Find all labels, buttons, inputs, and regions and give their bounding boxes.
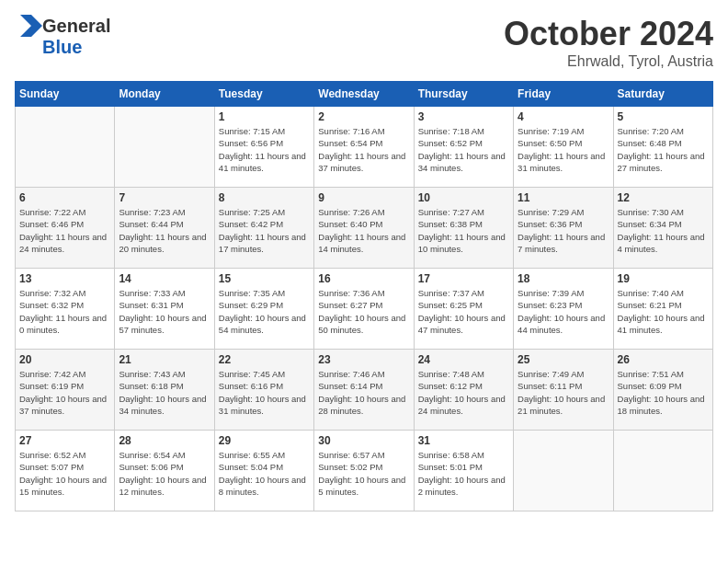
day-number: 31: [418, 434, 509, 447]
day-info: Sunrise: 6:58 AMSunset: 5:01 PMDaylight:…: [418, 449, 509, 498]
day-number: 4: [518, 110, 609, 123]
day-info: Sunrise: 7:25 AMSunset: 6:42 PMDaylight:…: [219, 206, 310, 255]
day-header-saturday: Saturday: [613, 82, 712, 107]
day-info: Sunrise: 7:15 AMSunset: 6:56 PMDaylight:…: [219, 125, 310, 174]
calendar-cell: 23Sunrise: 7:46 AMSunset: 6:14 PMDayligh…: [314, 350, 414, 431]
day-number: 1: [219, 110, 310, 123]
day-info: Sunrise: 7:22 AMSunset: 6:46 PMDaylight:…: [19, 206, 110, 255]
day-number: 26: [618, 353, 709, 366]
calendar-week-row: 27Sunrise: 6:52 AMSunset: 5:07 PMDayligh…: [16, 431, 713, 511]
day-info: Sunrise: 7:35 AMSunset: 6:29 PMDaylight:…: [219, 287, 310, 336]
day-number: 13: [19, 272, 110, 285]
day-header-tuesday: Tuesday: [214, 82, 313, 107]
day-info: Sunrise: 7:32 AMSunset: 6:32 PMDaylight:…: [19, 287, 110, 336]
day-info: Sunrise: 7:51 AMSunset: 6:09 PMDaylight:…: [618, 368, 709, 417]
calendar-cell: 27Sunrise: 6:52 AMSunset: 5:07 PMDayligh…: [16, 431, 115, 511]
calendar-cell: 10Sunrise: 7:27 AMSunset: 6:38 PMDayligh…: [414, 188, 513, 269]
calendar-cell: 13Sunrise: 7:32 AMSunset: 6:32 PMDayligh…: [16, 269, 115, 350]
calendar-cell: 31Sunrise: 6:58 AMSunset: 5:01 PMDayligh…: [414, 431, 513, 511]
calendar-cell: 16Sunrise: 7:36 AMSunset: 6:27 PMDayligh…: [314, 269, 414, 350]
calendar-week-row: 13Sunrise: 7:32 AMSunset: 6:32 PMDayligh…: [16, 269, 713, 350]
day-info: Sunrise: 7:40 AMSunset: 6:21 PMDaylight:…: [618, 287, 709, 336]
day-info: Sunrise: 7:29 AMSunset: 6:36 PMDaylight:…: [518, 206, 609, 255]
calendar-cell: 18Sunrise: 7:39 AMSunset: 6:23 PMDayligh…: [514, 269, 613, 350]
day-info: Sunrise: 7:42 AMSunset: 6:19 PMDaylight:…: [19, 368, 110, 417]
calendar-cell: 25Sunrise: 7:49 AMSunset: 6:11 PMDayligh…: [514, 350, 613, 431]
calendar-cell: 28Sunrise: 6:54 AMSunset: 5:06 PMDayligh…: [115, 431, 214, 511]
calendar-cell: 26Sunrise: 7:51 AMSunset: 6:09 PMDayligh…: [613, 350, 712, 431]
day-number: 16: [318, 272, 409, 285]
day-number: 22: [219, 353, 310, 366]
day-number: 18: [518, 272, 609, 285]
calendar-cell: 4Sunrise: 7:19 AMSunset: 6:50 PMDaylight…: [514, 107, 613, 188]
logo: General Blue: [15, 15, 110, 58]
calendar-cell: 5Sunrise: 7:20 AMSunset: 6:48 PMDaylight…: [613, 107, 712, 188]
calendar-cell: 9Sunrise: 7:26 AMSunset: 6:40 PMDaylight…: [314, 188, 414, 269]
calendar-cell: 11Sunrise: 7:29 AMSunset: 6:36 PMDayligh…: [514, 188, 613, 269]
calendar-cell: 3Sunrise: 7:18 AMSunset: 6:52 PMDaylight…: [414, 107, 513, 188]
day-header-thursday: Thursday: [414, 82, 513, 107]
calendar-cell: 8Sunrise: 7:25 AMSunset: 6:42 PMDaylight…: [214, 188, 313, 269]
day-info: Sunrise: 6:54 AMSunset: 5:06 PMDaylight:…: [119, 449, 210, 498]
calendar-cell: [613, 431, 712, 511]
calendar-cell: 24Sunrise: 7:48 AMSunset: 6:12 PMDayligh…: [414, 350, 513, 431]
calendar-cell: [514, 431, 613, 511]
month-title: October 2024: [504, 15, 713, 53]
calendar-cell: 15Sunrise: 7:35 AMSunset: 6:29 PMDayligh…: [214, 269, 313, 350]
day-info: Sunrise: 7:48 AMSunset: 6:12 PMDaylight:…: [418, 368, 509, 417]
calendar-cell: 2Sunrise: 7:16 AMSunset: 6:54 PMDaylight…: [314, 107, 414, 188]
day-info: Sunrise: 7:30 AMSunset: 6:34 PMDaylight:…: [618, 206, 709, 255]
calendar-body: 1Sunrise: 7:15 AMSunset: 6:56 PMDaylight…: [16, 107, 713, 511]
location-subtitle: Ehrwald, Tyrol, Austria: [504, 53, 713, 70]
day-number: 7: [119, 191, 210, 204]
calendar-cell: 6Sunrise: 7:22 AMSunset: 6:46 PMDaylight…: [16, 188, 115, 269]
day-number: 14: [119, 272, 210, 285]
day-info: Sunrise: 7:45 AMSunset: 6:16 PMDaylight:…: [219, 368, 310, 417]
day-number: 17: [418, 272, 509, 285]
calendar-cell: 21Sunrise: 7:43 AMSunset: 6:18 PMDayligh…: [115, 350, 214, 431]
day-info: Sunrise: 7:18 AMSunset: 6:52 PMDaylight:…: [418, 125, 509, 174]
calendar-cell: 19Sunrise: 7:40 AMSunset: 6:21 PMDayligh…: [613, 269, 712, 350]
day-info: Sunrise: 7:23 AMSunset: 6:44 PMDaylight:…: [119, 206, 210, 255]
day-info: Sunrise: 7:16 AMSunset: 6:54 PMDaylight:…: [318, 125, 409, 174]
calendar-week-row: 1Sunrise: 7:15 AMSunset: 6:56 PMDaylight…: [16, 107, 713, 188]
day-number: 9: [318, 191, 409, 204]
calendar-cell: 29Sunrise: 6:55 AMSunset: 5:04 PMDayligh…: [214, 431, 313, 511]
calendar-cell: 22Sunrise: 7:45 AMSunset: 6:16 PMDayligh…: [214, 350, 313, 431]
calendar-table: SundayMondayTuesdayWednesdayThursdayFrid…: [15, 81, 713, 511]
day-info: Sunrise: 7:46 AMSunset: 6:14 PMDaylight:…: [318, 368, 409, 417]
logo-icon: [15, 15, 42, 37]
title-area: October 2024 Ehrwald, Tyrol, Austria: [504, 15, 713, 70]
day-number: 2: [318, 110, 409, 123]
day-info: Sunrise: 7:20 AMSunset: 6:48 PMDaylight:…: [618, 125, 709, 174]
logo-text-blue: Blue: [42, 37, 82, 58]
svg-marker-0: [20, 15, 42, 37]
day-info: Sunrise: 7:19 AMSunset: 6:50 PMDaylight:…: [518, 125, 609, 174]
day-number: 6: [19, 191, 110, 204]
day-number: 15: [219, 272, 310, 285]
calendar-header-row: SundayMondayTuesdayWednesdayThursdayFrid…: [16, 82, 713, 107]
day-info: Sunrise: 7:33 AMSunset: 6:31 PMDaylight:…: [119, 287, 210, 336]
calendar-cell: 12Sunrise: 7:30 AMSunset: 6:34 PMDayligh…: [613, 188, 712, 269]
day-number: 21: [119, 353, 210, 366]
day-header-sunday: Sunday: [16, 82, 115, 107]
calendar-cell: 30Sunrise: 6:57 AMSunset: 5:02 PMDayligh…: [314, 431, 414, 511]
calendar-week-row: 20Sunrise: 7:42 AMSunset: 6:19 PMDayligh…: [16, 350, 713, 431]
day-number: 11: [518, 191, 609, 204]
day-info: Sunrise: 6:55 AMSunset: 5:04 PMDaylight:…: [219, 449, 310, 498]
day-info: Sunrise: 7:26 AMSunset: 6:40 PMDaylight:…: [318, 206, 409, 255]
day-number: 12: [618, 191, 709, 204]
day-header-wednesday: Wednesday: [314, 82, 414, 107]
day-info: Sunrise: 7:39 AMSunset: 6:23 PMDaylight:…: [518, 287, 609, 336]
day-number: 19: [618, 272, 709, 285]
calendar-cell: 7Sunrise: 7:23 AMSunset: 6:44 PMDaylight…: [115, 188, 214, 269]
logo-text-general: General: [42, 16, 110, 37]
day-info: Sunrise: 7:36 AMSunset: 6:27 PMDaylight:…: [318, 287, 409, 336]
day-number: 25: [518, 353, 609, 366]
day-header-monday: Monday: [115, 82, 214, 107]
page-header: General Blue October 2024 Ehrwald, Tyrol…: [15, 15, 713, 70]
day-info: Sunrise: 6:57 AMSunset: 5:02 PMDaylight:…: [318, 449, 409, 498]
calendar-cell: 20Sunrise: 7:42 AMSunset: 6:19 PMDayligh…: [16, 350, 115, 431]
day-number: 28: [119, 434, 210, 447]
day-number: 29: [219, 434, 310, 447]
